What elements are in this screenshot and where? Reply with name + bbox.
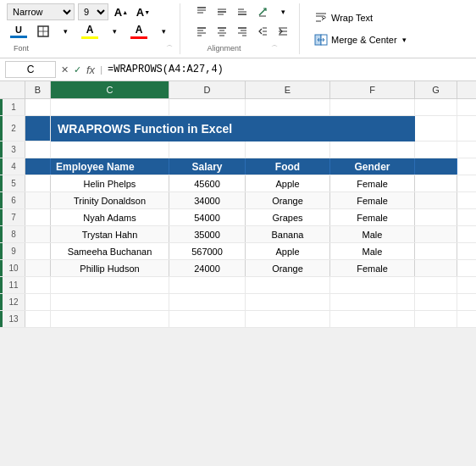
fill-dropdown-btn[interactable]: ▾ [105, 23, 124, 40]
cell[interactable] [330, 311, 415, 327]
cell[interactable] [415, 226, 457, 242]
align-top-btn[interactable] [192, 3, 211, 20]
table-header-gender[interactable]: Gender [330, 158, 415, 175]
merge-center-btn[interactable]: Merge & Center ▾ [310, 31, 411, 49]
cell-salary[interactable]: 54000 [169, 209, 246, 225]
cell[interactable] [25, 175, 51, 191]
cell-employee[interactable]: Nyah Adams [51, 209, 169, 225]
cell[interactable] [415, 294, 457, 310]
cell-salary[interactable]: 45600 [169, 175, 246, 191]
cell[interactable] [415, 209, 457, 225]
merge-dropdown-icon[interactable]: ▾ [402, 36, 407, 44]
cell-gender[interactable]: Female [330, 175, 415, 191]
cell-gender[interactable]: Female [330, 260, 415, 276]
cell[interactable] [330, 277, 415, 293]
cell[interactable] [51, 141, 169, 158]
orientation-btn[interactable] [253, 3, 272, 20]
border-btn[interactable] [34, 23, 53, 40]
cell[interactable] [415, 99, 457, 115]
cell-food[interactable]: Orange [246, 260, 330, 276]
cell-gender[interactable]: Female [330, 209, 415, 225]
cell-employee[interactable]: Phillip Hudson [51, 260, 169, 276]
cell[interactable] [169, 311, 246, 327]
cell[interactable] [25, 277, 51, 293]
cell[interactable] [246, 277, 330, 293]
cell[interactable] [169, 294, 246, 310]
formula-confirm[interactable]: ✓ [74, 64, 81, 75]
font-size-select[interactable]: 9 [78, 3, 108, 20]
cell[interactable] [330, 294, 415, 310]
cell-gender[interactable]: Male [330, 226, 415, 242]
cell-salary[interactable]: 35000 [169, 226, 246, 242]
cell[interactable] [51, 277, 169, 293]
spreadsheet-title[interactable]: WRAPROWS Function in Excel [51, 116, 415, 141]
cell-employee[interactable]: Helin Phelps [51, 175, 169, 191]
cell[interactable] [246, 311, 330, 327]
cell[interactable] [415, 311, 457, 327]
cell[interactable] [246, 141, 330, 158]
cell[interactable] [169, 141, 246, 158]
align-bottom-btn[interactable] [233, 3, 252, 20]
cell-employee[interactable]: Sameeha Buchanan [51, 243, 169, 259]
cell-food[interactable]: Banana [246, 226, 330, 242]
cell[interactable] [330, 141, 415, 158]
cell[interactable] [25, 311, 51, 327]
cell-salary[interactable]: 567000 [169, 243, 246, 259]
cell[interactable] [25, 243, 51, 259]
cell[interactable] [25, 209, 51, 225]
cell[interactable] [246, 294, 330, 310]
orientation-dropdown-btn[interactable]: ▾ [274, 3, 292, 20]
col-header-b[interactable]: B [25, 81, 51, 98]
cell[interactable] [415, 277, 457, 293]
cell[interactable] [415, 116, 457, 141]
cell[interactable] [51, 99, 169, 115]
table-header-food[interactable]: Food [246, 158, 330, 175]
align-right-btn[interactable] [233, 23, 252, 40]
cell[interactable] [25, 116, 51, 141]
cell-reference-input[interactable] [5, 61, 56, 78]
cell[interactable] [25, 226, 51, 242]
cell[interactable] [25, 294, 51, 310]
decrease-indent-btn[interactable] [253, 23, 272, 40]
cell[interactable] [51, 294, 169, 310]
cell-salary[interactable]: 24000 [169, 260, 246, 276]
cell-food[interactable]: Apple [246, 175, 330, 191]
cell-food[interactable]: Grapes [246, 209, 330, 225]
wrap-text-btn[interactable]: Wrap Text [310, 8, 411, 27]
col-header-d[interactable]: D [169, 81, 246, 98]
cell[interactable] [415, 192, 457, 208]
cell[interactable] [415, 175, 457, 191]
cell[interactable] [25, 158, 51, 175]
cell[interactable] [25, 192, 51, 208]
col-header-c[interactable]: C [51, 81, 169, 98]
increase-indent-btn[interactable] [274, 23, 292, 40]
font-expand-icon[interactable]: ⌒ [166, 44, 173, 53]
align-middle-btn[interactable] [213, 3, 231, 20]
cell[interactable] [415, 141, 457, 158]
align-center-btn[interactable] [213, 23, 231, 40]
cell[interactable] [25, 141, 51, 158]
cell-food[interactable]: Apple [246, 243, 330, 259]
decrease-font-btn[interactable]: A▼ [134, 3, 152, 20]
cell[interactable] [330, 99, 415, 115]
cell[interactable] [25, 260, 51, 276]
col-header-e[interactable]: E [246, 81, 330, 98]
cell-gender[interactable]: Female [330, 192, 415, 208]
cell[interactable] [169, 277, 246, 293]
table-header-employee[interactable]: Employee Name [51, 158, 169, 175]
cell[interactable] [169, 99, 246, 115]
cell[interactable] [415, 158, 457, 175]
cell-food[interactable]: Orange [246, 192, 330, 208]
cell-gender[interactable]: Male [330, 243, 415, 259]
align-left-btn[interactable] [192, 23, 211, 40]
cell[interactable] [51, 311, 169, 327]
col-header-f[interactable]: F [330, 81, 415, 98]
cell-salary[interactable]: 34000 [169, 192, 246, 208]
table-header-salary[interactable]: Salary [169, 158, 246, 175]
formula-expand-left[interactable]: ✕ [61, 64, 69, 75]
formula-input[interactable] [108, 64, 471, 75]
fill-color-btn[interactable]: A [78, 24, 102, 39]
cell[interactable] [415, 260, 457, 276]
increase-font-btn[interactable]: A▲ [112, 3, 130, 20]
font-color-btn[interactable]: A [127, 24, 151, 39]
